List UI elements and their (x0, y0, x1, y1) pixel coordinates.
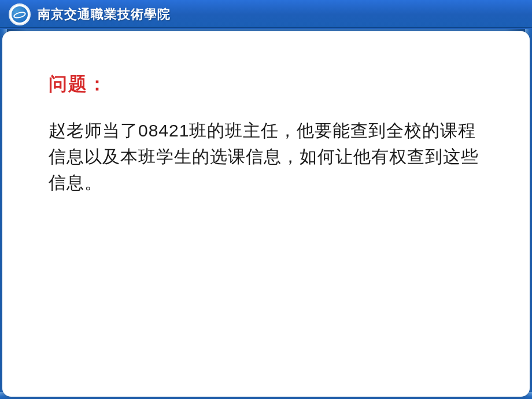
school-name-text: 南京交通職業技術學院 (38, 6, 171, 23)
school-logo-icon (9, 3, 31, 25)
content-panel: 问题： 赵老师当了08421班的班主任，他要能查到全校的课程信息以及本班学生的选… (2, 31, 530, 397)
question-title: 问题： (49, 72, 483, 97)
content-wrapper: 问题： 赵老师当了08421班的班主任，他要能查到全校的课程信息以及本班学生的选… (0, 29, 532, 399)
header-divider (0, 27, 532, 29)
question-body: 赵老师当了08421班的班主任，他要能查到全校的课程信息以及本班学生的选课信息，… (49, 117, 483, 195)
slide-header: 南京交通職業技術學院 (0, 0, 532, 29)
